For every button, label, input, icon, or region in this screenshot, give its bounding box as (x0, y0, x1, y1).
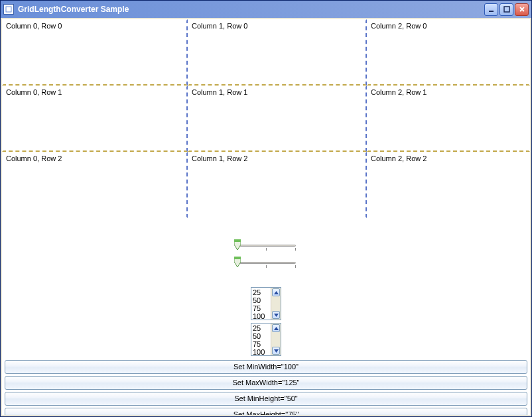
grid-cell: Column 1, Row 2 (188, 152, 367, 218)
listboxes-area: 25 50 75 100 25 50 (2, 287, 530, 356)
width-listbox[interactable]: 25 50 75 100 (251, 287, 281, 320)
svg-rect-0 (6, 7, 11, 12)
cell-label: Column 2, Row 2 (371, 154, 427, 162)
action-buttons: Set MinWidth="100" Set MaxWidth="125" Se… (2, 360, 530, 415)
system-menu-icon[interactable] (3, 4, 14, 15)
sliders-area (2, 239, 530, 268)
scroll-up-button[interactable] (272, 324, 280, 332)
slider-thumb[interactable] (234, 257, 241, 268)
list-item[interactable]: 50 (253, 296, 269, 304)
maximize-button[interactable] (499, 3, 513, 16)
cell-label: Column 1, Row 1 (192, 88, 247, 96)
slider-track (236, 262, 296, 264)
app-window: GridLengthConverter Sample Column 0, Row… (0, 0, 532, 417)
listbox-items: 25 50 75 100 (251, 324, 271, 355)
svg-rect-4 (234, 257, 241, 259)
scroll-down-button[interactable] (272, 311, 280, 319)
cell-label: Column 2, Row 1 (371, 88, 427, 96)
grid-cell: Column 0, Row 1 (2, 86, 188, 152)
scroll-up-button[interactable] (272, 288, 280, 296)
list-item[interactable]: 25 (253, 288, 269, 296)
set-maxheight-button[interactable]: Set MaxHeight="75" (5, 408, 527, 415)
window-buttons (484, 3, 529, 16)
cell-label: Column 0, Row 0 (6, 22, 62, 30)
list-item[interactable]: 50 (253, 332, 269, 340)
grid-cell: Column 2, Row 2 (367, 152, 530, 218)
grid-cell: Column 1, Row 1 (188, 86, 367, 152)
slider-tick (295, 248, 296, 251)
cell-label: Column 1, Row 0 (192, 22, 247, 30)
listbox-items: 25 50 75 100 (251, 288, 271, 320)
slider-thumb[interactable] (234, 239, 241, 251)
slider-tick (266, 265, 267, 268)
minimize-button[interactable] (484, 3, 498, 16)
slider-tick (295, 265, 296, 268)
list-item[interactable]: 25 (253, 324, 269, 332)
set-minheight-button[interactable]: Set MinHeight="50" (5, 392, 527, 406)
client-area: Column 0, Row 0 Column 1, Row 0 Column 2… (2, 19, 530, 415)
grid-cell: Column 1, Row 0 (188, 19, 367, 86)
svg-rect-2 (504, 7, 509, 12)
close-button[interactable] (515, 3, 529, 16)
grid-cell: Column 2, Row 1 (367, 86, 530, 152)
scroll-down-button[interactable] (272, 347, 280, 355)
svg-rect-1 (489, 11, 494, 12)
scrollbar[interactable] (271, 324, 281, 355)
scrollbar[interactable] (271, 288, 281, 320)
cell-label: Column 1, Row 2 (192, 154, 247, 162)
svg-rect-3 (234, 239, 241, 242)
row-height-slider[interactable] (236, 257, 296, 268)
grid-cell: Column 0, Row 0 (2, 19, 188, 86)
slider-tick (266, 248, 267, 251)
demo-grid: Column 0, Row 0 Column 1, Row 0 Column 2… (2, 19, 530, 218)
slider-track (236, 245, 296, 247)
cell-label: Column 0, Row 1 (6, 88, 62, 96)
list-item[interactable]: 100 (253, 312, 269, 320)
cell-label: Column 2, Row 0 (371, 22, 427, 30)
cell-label: Column 0, Row 2 (6, 154, 62, 162)
list-item[interactable]: 75 (253, 304, 269, 312)
window-title: GridLengthConverter Sample (18, 5, 484, 14)
grid-cell: Column 0, Row 2 (2, 152, 188, 218)
grid-cell: Column 2, Row 0 (367, 19, 530, 86)
set-minwidth-button[interactable]: Set MinWidth="100" (5, 360, 527, 374)
column-width-slider[interactable] (236, 239, 296, 251)
list-item[interactable]: 75 (253, 340, 269, 348)
set-maxwidth-button[interactable]: Set MaxWidth="125" (5, 376, 527, 390)
height-listbox[interactable]: 25 50 75 100 (251, 323, 281, 356)
title-bar: GridLengthConverter Sample (1, 1, 531, 18)
list-item[interactable]: 100 (253, 348, 269, 355)
